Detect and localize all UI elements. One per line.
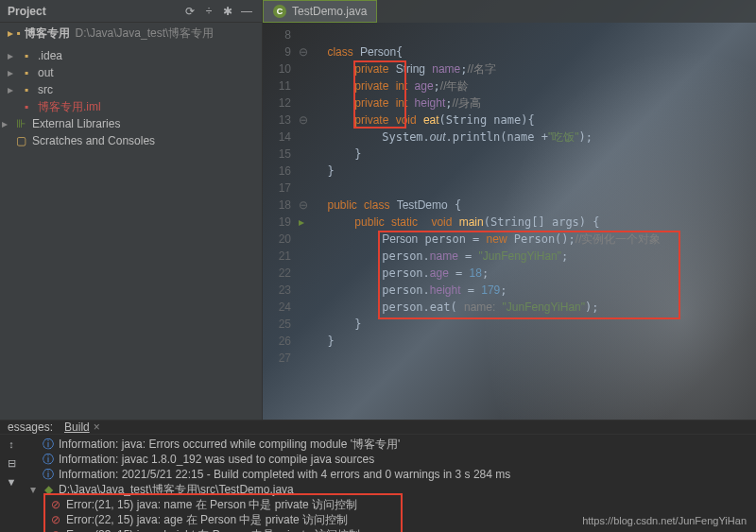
breadcrumb: ▸ ▪ 博客专用 D:\Java\Java_test\博客专用 <box>0 23 262 43</box>
sync-icon[interactable]: ⟳ <box>182 4 198 19</box>
gutter-icons: ⊖ ⊖ ⊖▸ <box>299 26 314 367</box>
messages-title: essages: <box>8 420 53 434</box>
msg-file[interactable]: ▾◆D:\Java\Java_test\博客专用\src\TestDemo.ja… <box>23 482 756 497</box>
tree-item-external[interactable]: ▸⊪External Libraries <box>0 115 262 132</box>
build-tab[interactable]: Build <box>64 420 90 434</box>
messages-header: essages: Build × <box>0 420 756 435</box>
project-path: D:\Java\Java_test\博客专用 <box>76 26 215 42</box>
code-body[interactable]: class Person{ private String name;//名字 p… <box>314 26 756 367</box>
tab-testdemo[interactable]: C TestDemo.java <box>263 0 377 23</box>
tree-item-scratches[interactable]: ▢Scratches and Consoles <box>0 132 262 149</box>
project-tree: ▸▪.idea ▸▪out ▸▪src ▪博客专用.iml ▸⊪External… <box>0 43 262 420</box>
tree-item-out[interactable]: ▸▪out <box>0 64 262 81</box>
sidebar-title: Project <box>8 5 179 18</box>
line-gutter: 89101112131415161718192021222324252627 <box>263 26 299 367</box>
sidebar-header: Project ⟳ ÷ ✱ — <box>0 0 262 23</box>
project-sidebar: Project ⟳ ÷ ✱ — ▸ ▪ 博客专用 D:\Java\Java_te… <box>0 0 263 420</box>
tree-item-src[interactable]: ▸▪src <box>0 81 262 98</box>
collapse-all-icon[interactable]: ⊟ <box>4 457 19 472</box>
folder-icon: ▸ ▪ <box>8 26 21 40</box>
msg-error[interactable]: ⊘Error:(23, 15) java: height 在 Person 中是… <box>23 527 756 532</box>
tree-item-idea[interactable]: ▸▪.idea <box>0 47 262 64</box>
close-icon[interactable]: × <box>94 420 100 434</box>
tree-item-iml[interactable]: ▪博客专用.iml <box>0 98 262 115</box>
messages-toolbar: ↕ ⊟ ▼ <box>0 435 23 532</box>
expand-icon[interactable]: ↕ <box>4 438 19 454</box>
next-icon[interactable]: ▼ <box>4 476 19 491</box>
msg-info[interactable]: ⓘInformation: java: Errors occurred whil… <box>23 437 756 452</box>
hide-icon[interactable]: — <box>239 4 254 19</box>
java-icon: C <box>273 5 286 18</box>
collapse-icon[interactable]: ÷ <box>201 4 216 19</box>
watermark: https://blog.csdn.net/JunFengYiHan <box>582 515 747 526</box>
editor-area: C TestDemo.java 891011121314151617181920… <box>263 0 756 420</box>
tab-bar: C TestDemo.java <box>263 0 756 23</box>
msg-error[interactable]: ⊘Error:(21, 15) java: name 在 Person 中是 p… <box>23 497 756 512</box>
msg-info[interactable]: ⓘInformation: 2021/5/21 22:15 - Build co… <box>23 467 756 482</box>
settings-icon[interactable]: ✱ <box>220 4 235 19</box>
project-name: 博客专用 <box>25 26 70 42</box>
msg-info[interactable]: ⓘInformation: javac 1.8.0_192 was used t… <box>23 452 756 467</box>
